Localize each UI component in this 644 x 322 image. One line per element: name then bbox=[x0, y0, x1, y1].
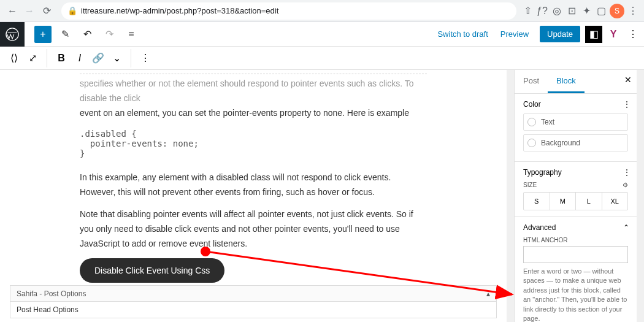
panel-title: Color bbox=[523, 100, 628, 109]
extension-icon[interactable]: ⊡ bbox=[565, 5, 578, 17]
chrome-actions: ⇧ ƒ? ◎ ⊡ ✦ ▢ S ⋮ bbox=[521, 4, 639, 18]
more-icon[interactable]: ⋮ bbox=[624, 26, 642, 43]
block-more-icon[interactable]: ⋮ bbox=[136, 49, 155, 67]
sidebar-scrollbar[interactable] bbox=[637, 70, 644, 322]
add-block-button[interactable]: + bbox=[34, 26, 52, 43]
edit-icon[interactable]: ✎ bbox=[56, 26, 74, 43]
paragraph: event on an element, you can set the poi… bbox=[80, 106, 427, 121]
tab-post[interactable]: Post bbox=[515, 70, 548, 93]
block-toolbar: ⟨⟩ ⤢ B I 🔗 ⌄ ⋮ bbox=[0, 47, 644, 70]
size-options: S M L XL bbox=[523, 192, 628, 210]
size-l[interactable]: L bbox=[576, 193, 602, 210]
html-anchor-input[interactable] bbox=[523, 246, 628, 263]
nav-reload-icon[interactable]: ⟳ bbox=[39, 4, 54, 18]
square-icon[interactable]: ▢ bbox=[595, 5, 607, 17]
yoast-icon[interactable]: Y bbox=[605, 26, 622, 43]
update-button[interactable]: Update bbox=[540, 26, 580, 42]
paragraph: In this example, any element with a disa… bbox=[80, 171, 427, 200]
extension-icon[interactable]: ƒ? bbox=[536, 5, 548, 17]
code-block: .disabled { pointer-events: none; } bbox=[80, 129, 427, 158]
wp-logo-icon[interactable] bbox=[0, 22, 25, 47]
close-icon[interactable]: ✕ bbox=[624, 75, 632, 85]
switch-draft-button[interactable]: Switch to draft bbox=[431, 29, 494, 39]
settings-icon[interactable]: ◧ bbox=[585, 26, 602, 43]
wp-topbar: + ✎ ↶ ↷ ≡ Switch to draft Preview Update… bbox=[0, 22, 644, 47]
size-xl[interactable]: XL bbox=[602, 193, 628, 210]
swatch-icon bbox=[527, 139, 536, 147]
preview-button[interactable]: Preview bbox=[494, 29, 535, 39]
details-icon[interactable]: ≡ bbox=[123, 26, 140, 43]
url-bar[interactable]: 🔒 ittreasure.net/wp-admin/post.php?post=… bbox=[61, 2, 516, 20]
extension-icon[interactable]: ◎ bbox=[551, 5, 563, 17]
color-text-option[interactable]: Text bbox=[523, 113, 628, 131]
undo-icon[interactable]: ↶ bbox=[79, 26, 96, 43]
anchor-label: HTML ANCHOR bbox=[523, 237, 628, 243]
chevron-up-icon[interactable]: ⌃ bbox=[623, 223, 629, 232]
share-icon[interactable]: ⇧ bbox=[521, 5, 534, 17]
size-s[interactable]: S bbox=[524, 193, 550, 210]
panel-title: Typography bbox=[523, 168, 628, 177]
anchor-help: Enter a word or two — without spaces — t… bbox=[523, 267, 628, 322]
browser-chrome: ← → ⟳ 🔒 ittreasure.net/wp-admin/post.php… bbox=[0, 0, 644, 22]
redo-icon[interactable]: ↷ bbox=[101, 26, 118, 43]
content-button[interactable]: Disable Click Event Using Css bbox=[80, 258, 224, 283]
nav-forward-icon[interactable]: → bbox=[22, 4, 37, 18]
url-text: ittreasure.net/wp-admin/post.php?post=31… bbox=[81, 6, 278, 15]
more-icon[interactable]: ⋮ bbox=[623, 100, 631, 109]
extensions-icon[interactable]: ✦ bbox=[580, 5, 592, 17]
bold-icon[interactable]: B bbox=[52, 49, 71, 67]
block-type-icon[interactable]: ⟨⟩ bbox=[5, 49, 23, 67]
advanced-panel: Advanced ⌃ HTML ANCHOR Enter a word or t… bbox=[515, 217, 637, 322]
panel-title: Advanced bbox=[523, 223, 628, 232]
avatar[interactable]: S bbox=[610, 4, 624, 18]
post-head-options[interactable]: Post Head Options bbox=[10, 301, 497, 318]
lock-icon: 🔒 bbox=[67, 6, 77, 15]
more-icon[interactable]: ⋮ bbox=[623, 168, 631, 177]
move-icon[interactable]: ⤢ bbox=[23, 49, 42, 67]
color-background-option[interactable]: Background bbox=[523, 134, 628, 151]
sidebar-tabs: Post Block ✕ bbox=[515, 70, 637, 94]
editor-canvas[interactable]: specifies whether or not the element sho… bbox=[0, 70, 507, 322]
typography-panel: Typography ⋮ SIZE⚙ S M L XL bbox=[515, 162, 637, 217]
settings-sliders-icon[interactable]: ⚙ bbox=[623, 182, 628, 188]
truncated-text: specifies whether or not the element sho… bbox=[80, 74, 427, 106]
chevron-down-icon[interactable]: ⌄ bbox=[107, 49, 126, 67]
chrome-menu-icon[interactable]: ⋮ bbox=[627, 5, 639, 17]
color-panel: Color ⋮ Text Background bbox=[515, 94, 637, 162]
italic-icon[interactable]: I bbox=[71, 49, 89, 67]
post-options-header[interactable]: Sahifa - Post Options ▴ bbox=[10, 285, 497, 302]
collapse-icon[interactable]: ▴ bbox=[486, 289, 490, 298]
size-m[interactable]: M bbox=[550, 193, 577, 210]
paragraph: Note that disabling pointer events will … bbox=[80, 207, 427, 251]
link-icon[interactable]: 🔗 bbox=[89, 49, 107, 67]
editor-scrollbar[interactable] bbox=[507, 70, 514, 322]
nav-back-icon[interactable]: ← bbox=[5, 4, 20, 18]
swatch-icon bbox=[527, 118, 536, 126]
tab-block[interactable]: Block bbox=[548, 70, 585, 93]
settings-sidebar: Post Block ✕ Color ⋮ Text Background Typ… bbox=[514, 70, 637, 322]
